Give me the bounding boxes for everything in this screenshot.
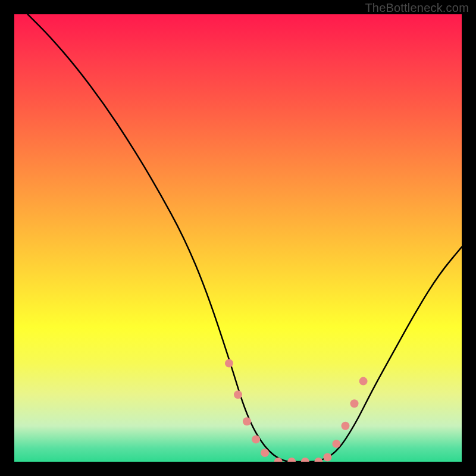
watermark-text: TheBottleneck.com — [365, 1, 469, 15]
chart-frame: TheBottleneck.com — [0, 0, 476, 476]
valley-marker — [225, 359, 233, 368]
valley-marker — [314, 458, 322, 462]
valley-marker — [342, 422, 350, 430]
valley-marker — [301, 458, 309, 462]
valley-marker — [350, 399, 359, 408]
valley-marker — [261, 449, 269, 457]
bottleneck-curve-path — [28, 14, 462, 462]
valley-marker — [252, 435, 260, 443]
valley-marker — [323, 453, 331, 462]
plot-area — [14, 14, 462, 462]
valley-marker — [359, 377, 368, 386]
valley-marker — [274, 458, 283, 462]
bottleneck-curve-svg — [14, 14, 462, 462]
valley-marker — [287, 458, 296, 462]
valley-marker — [332, 440, 340, 448]
valley-marker — [234, 390, 242, 399]
valley-marker — [243, 417, 251, 425]
